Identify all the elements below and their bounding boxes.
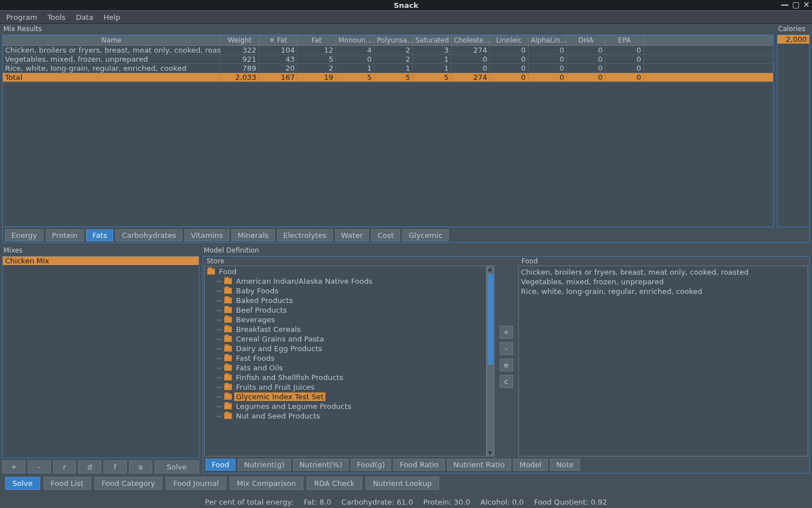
tree-handle-icon[interactable]: ⊶ <box>216 356 222 361</box>
tree-item[interactable]: ⊶Beef Products <box>205 305 486 315</box>
tree-handle-icon[interactable]: ⊶ <box>216 346 222 352</box>
mixes-btn-solve[interactable]: Solve <box>154 460 200 473</box>
tab-vitamins[interactable]: Vitamins <box>184 229 229 241</box>
mixes-btn-a[interactable]: a <box>129 460 152 473</box>
scroll-up-icon[interactable]: ▲ <box>488 266 492 272</box>
tree-item[interactable]: ⊶Baby Foods <box>205 286 486 296</box>
model-tab-note[interactable]: Note <box>550 459 580 471</box>
tab-cost[interactable]: Cost <box>371 229 400 241</box>
col-header[interactable]: Polyunsa... <box>375 35 413 45</box>
col-header[interactable]: ☀ Fat <box>259 35 298 45</box>
col-header[interactable]: Name <box>3 35 221 45</box>
tree-item[interactable]: Food <box>205 267 486 276</box>
tree-item[interactable]: ⊶Cereal Grains and Pasta <box>205 334 486 344</box>
close-icon[interactable]: ✕ <box>803 1 810 8</box>
menu-tools[interactable]: Tools <box>43 12 70 23</box>
store-tree[interactable]: Food⊶American Indian/Alaska Native Foods… <box>204 266 487 456</box>
tree-handle-icon[interactable]: ⊶ <box>216 394 222 400</box>
mixes-btn--[interactable]: - <box>28 460 51 473</box>
bottom-tab-food-category[interactable]: Food Category <box>94 477 163 490</box>
col-header[interactable]: Weight <box>221 35 259 45</box>
menu-help[interactable]: Help <box>99 12 125 23</box>
mixes-btn-f[interactable]: f <box>104 460 127 473</box>
tree-item[interactable]: ⊶Fast Foods <box>205 353 486 363</box>
model-tab-food ratio[interactable]: Food Ratio <box>393 459 445 471</box>
col-header[interactable]: Monoun... <box>336 35 375 45</box>
tab-fats[interactable]: Fats <box>86 229 113 241</box>
tree-item[interactable]: ⊶Dairy and Egg Products <box>205 344 486 353</box>
scroll-thumb[interactable] <box>488 274 493 365</box>
food-item[interactable]: Rice, white, long-grain, regular, enrich… <box>521 287 806 296</box>
mixes-list[interactable]: Chicken Mix <box>2 256 199 458</box>
tree-handle-icon[interactable]: ⊶ <box>216 327 222 332</box>
tab-carbohydrates[interactable]: Carbohydrates <box>115 229 182 241</box>
tree-item[interactable]: ⊶Legumes and Legume Products <box>205 402 486 411</box>
model-btn--[interactable]: - <box>500 342 513 355</box>
col-header[interactable]: Choleste... <box>452 35 490 45</box>
tree-handle-icon[interactable]: ⊶ <box>216 404 222 409</box>
bottom-tab-nutrient-lookup[interactable]: Nutrient Lookup <box>366 477 439 490</box>
bottom-tab-food-journal[interactable]: Food Journal <box>166 477 226 490</box>
mixes-btn-d[interactable]: d <box>78 460 101 473</box>
model-btn-e[interactable]: e <box>500 358 513 372</box>
mixes-btn-r[interactable]: r <box>53 460 76 473</box>
col-header[interactable]: Fat <box>298 35 336 45</box>
col-header[interactable]: Linoleic <box>490 35 529 45</box>
table-row[interactable]: Vegetables, mixed, frozen, unprepared921… <box>3 55 773 64</box>
food-item[interactable]: Vegetables, mixed, frozen, unprepared <box>521 277 806 287</box>
model-tab-food[interactable]: Food <box>205 459 235 471</box>
tree-handle-icon[interactable]: ⊶ <box>216 298 222 304</box>
tree-item[interactable]: ⊶Nut and Seed Products <box>205 411 486 421</box>
mix-item-selected[interactable]: Chicken Mix <box>3 257 199 265</box>
tree-handle-icon[interactable]: ⊶ <box>216 288 222 294</box>
tree-handle-icon[interactable]: ⊶ <box>216 279 222 284</box>
model-btn-+[interactable]: + <box>500 326 513 339</box>
bottom-tab-rda-check[interactable]: RDA Check <box>307 477 362 490</box>
tab-water[interactable]: Water <box>335 229 369 241</box>
maximize-icon[interactable]: ▢ <box>792 1 800 8</box>
tree-item[interactable]: ⊶Beverages <box>205 315 486 325</box>
model-tab-nutrient[interactable]: Nutrient(%) <box>293 459 349 471</box>
bottom-tab-solve[interactable]: Solve <box>5 477 40 490</box>
tree-handle-icon[interactable]: ⊶ <box>216 308 222 313</box>
tab-glycemic[interactable]: Glycemic <box>402 229 449 241</box>
tree-item[interactable]: ⊶Finfish and Shellfish Products <box>205 373 486 382</box>
col-header[interactable]: EPA <box>605 35 644 45</box>
bottom-tab-mix-comparison[interactable]: Mix Comparison <box>230 477 304 490</box>
model-btn-c[interactable]: c <box>500 375 513 388</box>
table-row[interactable]: Total2,033167195552740000 <box>3 73 773 82</box>
tree-handle-icon[interactable]: ⊶ <box>216 385 222 390</box>
menu-program[interactable]: Program <box>2 12 42 23</box>
model-tab-foodg[interactable]: Food(g) <box>351 459 392 471</box>
col-header[interactable]: DHA <box>567 35 605 45</box>
scroll-down-icon[interactable]: ▼ <box>488 450 492 456</box>
tab-minerals[interactable]: Minerals <box>231 229 275 241</box>
tree-handle-icon[interactable]: ⊶ <box>216 317 222 323</box>
menu-data[interactable]: Data <box>71 12 98 23</box>
tab-protein[interactable]: Protein <box>46 229 84 241</box>
tree-item[interactable]: ⊶Glycemic Index Test Set <box>205 392 486 402</box>
col-header[interactable]: Saturated <box>413 35 452 45</box>
tree-item[interactable]: ⊶Fruits and Fruit Juices <box>205 382 486 392</box>
mixes-btn-+[interactable]: + <box>2 460 25 473</box>
tab-energy[interactable]: Energy <box>5 229 44 241</box>
tree-handle-icon[interactable]: ⊶ <box>216 413 222 419</box>
col-header[interactable]: AlphaLin... <box>529 35 567 45</box>
tree-handle-icon[interactable]: ⊶ <box>216 375 222 381</box>
model-tab-nutrient ratio[interactable]: Nutrient Ratio <box>447 459 511 471</box>
table-row[interactable]: Chicken, broilers or fryers, breast, mea… <box>3 46 773 55</box>
store-scrollbar[interactable]: ▲ ▼ <box>487 266 495 456</box>
food-item[interactable]: Chicken, broilers or fryers, breast, mea… <box>521 267 806 277</box>
table-row[interactable]: Rice, white, long-grain, regular, enrich… <box>3 64 773 73</box>
minimize-icon[interactable]: — <box>781 1 789 8</box>
tab-electrolytes[interactable]: Electrolytes <box>277 229 333 241</box>
model-tab-model[interactable]: Model <box>513 459 548 471</box>
bottom-tab-food-list[interactable]: Food List <box>44 477 91 490</box>
tree-item[interactable]: ⊶Breakfast Cereals <box>205 325 486 334</box>
tree-item[interactable]: ⊶Fats and Oils <box>205 363 486 373</box>
tree-item[interactable]: ⊶Baked Products <box>205 296 486 305</box>
tree-handle-icon[interactable]: ⊶ <box>216 336 222 342</box>
tree-handle-icon[interactable]: ⊶ <box>216 365 222 371</box>
model-tab-nutrientg[interactable]: Nutrient(g) <box>238 459 291 471</box>
food-list[interactable]: Chicken, broilers or fryers, breast, mea… <box>518 266 809 456</box>
